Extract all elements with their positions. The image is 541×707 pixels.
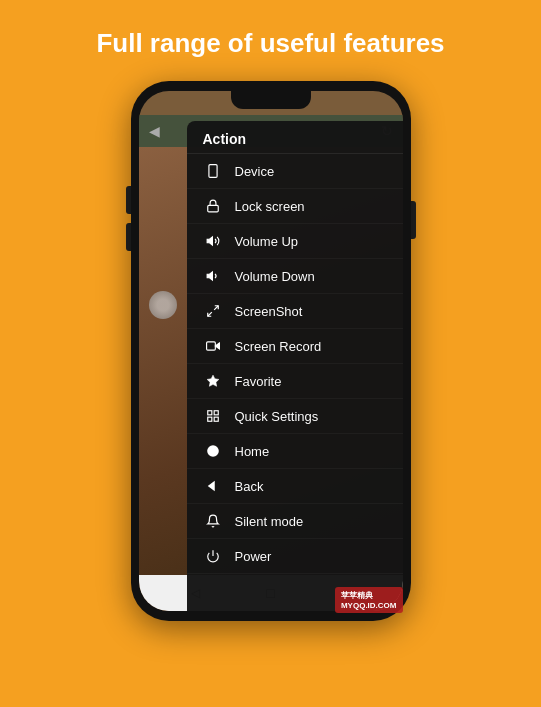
svg-rect-12 [207, 417, 211, 421]
svg-marker-7 [215, 343, 219, 349]
screenshot-icon [203, 301, 223, 321]
notch [231, 91, 311, 109]
device-icon [203, 161, 223, 181]
screen-record-icon [203, 336, 223, 356]
lock-icon [203, 196, 223, 216]
watermark: 苹苹精典 MYQQ.ID.COM [335, 587, 403, 613]
menu-item-silent-mode[interactable]: Silent mode [187, 504, 403, 539]
phone-shell: ◀ ↻ Action DeviceLock screenVolume UpVol… [131, 81, 411, 621]
menu-item-label-screenshot: ScreenShot [235, 304, 303, 319]
menu-item-back[interactable]: Back [187, 469, 403, 504]
menu-item-label-power: Power [235, 549, 272, 564]
svg-rect-8 [206, 342, 215, 350]
svg-rect-13 [214, 417, 218, 421]
dropdown-menu: Action DeviceLock screenVolume UpVolume … [187, 121, 403, 611]
svg-line-6 [207, 312, 211, 316]
menu-item-label-home: Home [235, 444, 270, 459]
menu-item-label-device: Device [235, 164, 275, 179]
menu-item-label-screen-record: Screen Record [235, 339, 322, 354]
phone-wrapper: ◀ ↻ Action DeviceLock screenVolume UpVol… [131, 81, 411, 641]
headline: Full range of useful features [76, 28, 464, 59]
favorite-icon [203, 371, 223, 391]
silent-mode-icon [203, 511, 223, 531]
menu-item-label-quick-settings: Quick Settings [235, 409, 319, 424]
back-icon [203, 476, 223, 496]
menu-item-label-back: Back [235, 479, 264, 494]
quick-settings-icon [203, 406, 223, 426]
power-side-button [411, 201, 416, 239]
volume-down-icon [203, 266, 223, 286]
svg-marker-4 [207, 272, 212, 280]
menu-item-volume-up[interactable]: Volume Up [187, 224, 403, 259]
home-icon [203, 441, 223, 461]
svg-rect-0 [208, 165, 216, 178]
menu-item-label-lock: Lock screen [235, 199, 305, 214]
menu-item-label-favorite: Favorite [235, 374, 282, 389]
menu-item-screenshot[interactable]: ScreenShot [187, 294, 403, 329]
volume-down-button [126, 223, 131, 251]
menu-item-label-volume-up: Volume Up [235, 234, 299, 249]
phone-screen: ◀ ↻ Action DeviceLock screenVolume UpVol… [139, 91, 403, 611]
menu-item-power[interactable]: Power [187, 539, 403, 574]
menu-item-lock[interactable]: Lock screen [187, 189, 403, 224]
svg-marker-15 [207, 481, 214, 492]
menu-item-favorite[interactable]: Favorite [187, 364, 403, 399]
svg-marker-3 [207, 237, 212, 245]
volume-up-button [126, 186, 131, 214]
svg-rect-11 [214, 411, 218, 415]
menu-item-device[interactable]: Device [187, 154, 403, 189]
svg-marker-9 [207, 375, 219, 386]
volume-up-icon [203, 231, 223, 251]
back-arrow-icon[interactable]: ◀ [149, 123, 160, 139]
menu-item-screen-record[interactable]: Screen Record [187, 329, 403, 364]
menu-item-volume-down[interactable]: Volume Down [187, 259, 403, 294]
svg-rect-10 [207, 411, 211, 415]
svg-point-14 [207, 445, 219, 457]
menu-items: DeviceLock screenVolume UpVolume DownScr… [187, 154, 403, 574]
menu-item-home[interactable]: Home [187, 434, 403, 469]
power-icon [203, 546, 223, 566]
menu-header: Action [187, 121, 403, 154]
camera-circle [149, 291, 177, 319]
svg-line-5 [214, 306, 218, 310]
menu-item-label-volume-down: Volume Down [235, 269, 315, 284]
svg-rect-2 [207, 206, 218, 212]
menu-item-label-silent-mode: Silent mode [235, 514, 304, 529]
menu-item-quick-settings[interactable]: Quick Settings [187, 399, 403, 434]
